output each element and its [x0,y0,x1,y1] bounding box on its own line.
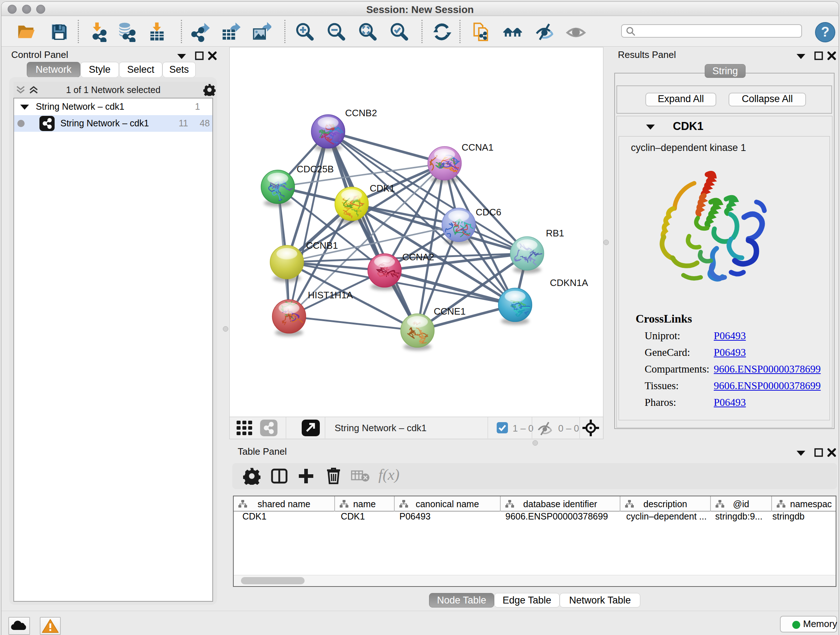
svg-text:CCNA2: CCNA2 [402,252,434,263]
svg-text:RB1: RB1 [546,228,564,239]
svg-text:CDC6: CDC6 [476,207,501,218]
svg-text:CDK1: CDK1 [370,183,395,194]
svg-text:?: ? [821,24,829,40]
svg-text:CCNB2: CCNB2 [345,108,377,119]
svg-text:CDKN1A: CDKN1A [550,277,588,288]
svg-text:CDC25B: CDC25B [297,164,334,174]
svg-text:CCNE1: CCNE1 [434,306,466,317]
svg-text:CCNB1: CCNB1 [306,240,338,251]
svg-text:HIST1H1A: HIST1H1A [308,290,353,301]
svg-text:CCNA1: CCNA1 [462,142,493,153]
